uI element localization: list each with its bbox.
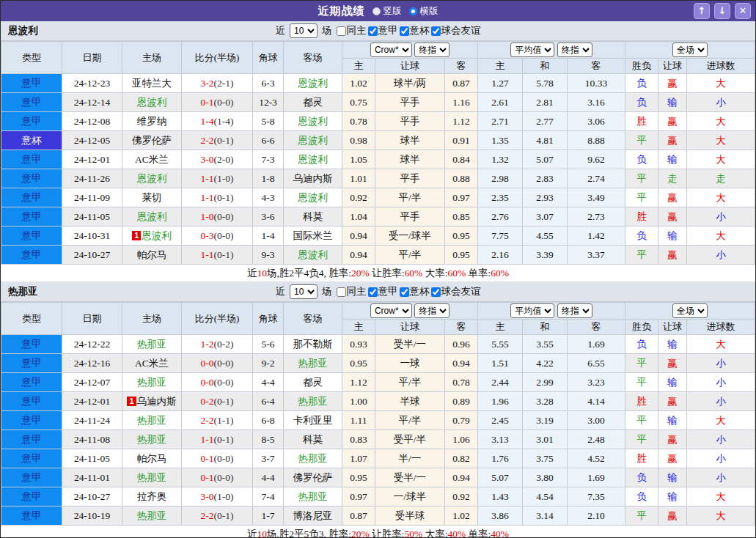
col-header-date: 日期 xyxy=(62,303,122,335)
final-index-select[interactable]: 终指 xyxy=(414,43,449,57)
col-header-type: 类型 xyxy=(1,42,62,74)
filter-checkbox[interactable] xyxy=(337,287,346,297)
summary-segment: 60% xyxy=(405,268,423,279)
radio-selected-icon[interactable] xyxy=(409,7,417,15)
cell-away-team: 热那亚 xyxy=(284,392,342,411)
cell-home-team: 热那亚 xyxy=(122,335,182,354)
filter-checkbox-item[interactable]: 同主 xyxy=(337,24,367,37)
filter-checkbox[interactable] xyxy=(368,26,378,36)
halftime-score: (1-0) xyxy=(214,173,234,184)
filter-checkbox-item[interactable]: 意杯 xyxy=(400,285,430,298)
cell-result-outcome: 胜 xyxy=(625,392,658,411)
team-name-text: 帕尔马 xyxy=(137,249,167,260)
final-index-select[interactable]: 终指 xyxy=(557,43,592,57)
cell-odds-home: 1.01 xyxy=(342,169,375,188)
final-index-select[interactable]: 终指 xyxy=(557,303,592,318)
team-name-text: 博洛尼亚 xyxy=(293,510,333,521)
cell-avg-draw: 2.93 xyxy=(523,188,568,207)
team-name-text: 热那亚 xyxy=(137,472,167,483)
fulltime-score: 1-1 xyxy=(201,249,214,260)
team-name-text: 热那亚 xyxy=(298,453,328,464)
sub-header-avg-away: 客 xyxy=(568,59,625,74)
bookmaker-select[interactable]: Crow* xyxy=(370,303,412,318)
cell-odds-away: 0.78 xyxy=(445,373,478,392)
summary-segment: 近 xyxy=(247,268,257,279)
rounds-select[interactable]: 10 xyxy=(290,23,318,38)
cell-corners: 6-3 xyxy=(253,74,284,93)
col-header-corners: 角球 xyxy=(253,42,284,74)
col-header-type: 类型 xyxy=(1,303,62,335)
cell-date: 24-12-08 xyxy=(62,112,122,131)
cell-avg-draw: 5.07 xyxy=(523,150,568,169)
cell-result-handicap: 赢 xyxy=(658,449,687,468)
view-option-vertical[interactable]: 竖版 xyxy=(373,5,402,18)
summary-segment: 10 xyxy=(257,268,267,279)
halftime-score: (0-1) xyxy=(214,135,234,146)
radio-unselected-icon[interactable] xyxy=(373,7,381,15)
cell-competition: 意甲 xyxy=(1,74,62,93)
filter-checkbox-item[interactable]: 同主 xyxy=(337,285,367,298)
filter-checkbox-item[interactable]: 意甲 xyxy=(368,24,398,37)
filter-checkbox-item[interactable]: 球会友谊 xyxy=(431,285,481,298)
cell-competition: 意甲 xyxy=(1,373,62,392)
filter-checkbox-item[interactable]: 意杯 xyxy=(400,24,430,37)
cell-corners: 8-5 xyxy=(253,430,284,449)
filter-checkbox[interactable] xyxy=(400,26,409,36)
full-match-select[interactable]: 全场 xyxy=(672,43,708,57)
cell-result-handicap: 输 xyxy=(658,335,687,354)
summary-segment: 单率: xyxy=(466,528,491,538)
cell-odds-away: 0.92 xyxy=(445,487,478,506)
summary-line: 近10场,胜2平5负3, 胜率:20% 让胜率:50% 大率:40% 单率:40… xyxy=(1,526,755,538)
cell-competition: 意甲 xyxy=(1,150,62,169)
filter-checkbox[interactable] xyxy=(400,287,409,297)
cell-result-outcome: 负 xyxy=(625,468,658,487)
average-select[interactable]: 平均值 xyxy=(510,43,554,57)
cell-home-team: 1恩波利 xyxy=(122,226,182,246)
table-row: 意甲24-11-05帕尔马0-1(0-0)3-7热那亚1.07半/一0.821.… xyxy=(1,449,755,468)
rounds-select[interactable]: 10 xyxy=(290,284,318,299)
summary-segment: 40% xyxy=(491,528,509,538)
cell-avg-home: 1.96 xyxy=(478,392,523,411)
cell-odds-handicap: 球半 xyxy=(375,131,445,150)
view-option-horizontal[interactable]: 横版 xyxy=(409,5,438,18)
team-name-text: 那不勒斯 xyxy=(293,339,333,350)
cell-away-team: 佛罗伦萨 xyxy=(284,468,342,487)
filter-checkbox-item[interactable]: 意甲 xyxy=(368,285,398,298)
team-name-text: 热那亚 xyxy=(298,358,328,369)
close-button[interactable]: ✕ xyxy=(735,3,751,19)
filter-checkbox[interactable] xyxy=(337,26,346,36)
fulltime-score: 3-2 xyxy=(201,78,214,89)
filter-checkbox-item[interactable]: 球会友谊 xyxy=(431,24,481,37)
move-down-button[interactable]: ↓ xyxy=(714,3,730,19)
bookmaker-select[interactable]: Crow* xyxy=(370,43,412,57)
team-name-text: 莱切 xyxy=(142,192,162,203)
average-select[interactable]: 平均值 xyxy=(510,303,554,318)
cell-avg-home: 2.44 xyxy=(478,373,523,392)
filter-checkbox[interactable] xyxy=(368,287,378,297)
cell-date: 24-12-16 xyxy=(62,354,122,373)
team-name-text: 科莫 xyxy=(303,434,323,445)
cell-odds-away: 0.94 xyxy=(445,354,478,373)
cell-result-handicap: 输 xyxy=(658,411,687,430)
sub-header-avg-draw: 和 xyxy=(523,59,568,74)
final-index-select[interactable]: 终指 xyxy=(414,303,449,318)
cell-score: 0-1(0-0) xyxy=(182,468,253,487)
full-match-select[interactable]: 全场 xyxy=(672,303,708,318)
cell-competition: 意甲 xyxy=(1,354,62,373)
cell-competition: 意杯 xyxy=(1,131,62,150)
cell-corners: 7-3 xyxy=(253,150,284,169)
fulltime-score: 2-2 xyxy=(201,415,214,426)
cell-avg-draw: 4.54 xyxy=(523,487,568,506)
halftime-score: (2-1) xyxy=(214,78,234,89)
cell-odds-handicap: 平手 xyxy=(375,112,445,131)
halftime-score: (0-0) xyxy=(214,230,234,241)
summary-segment: 50% xyxy=(405,528,423,538)
team-name-text: 都灵 xyxy=(303,377,323,388)
cell-date: 24-12-22 xyxy=(62,335,122,354)
cell-home-team: 热那亚 xyxy=(122,411,182,430)
filter-checkbox[interactable] xyxy=(431,26,441,36)
summary-segment: 40% xyxy=(447,528,466,538)
filter-checkbox[interactable] xyxy=(431,287,441,297)
filter-checkbox-label: 意杯 xyxy=(410,285,430,298)
move-up-button[interactable]: ↑ xyxy=(694,3,710,19)
